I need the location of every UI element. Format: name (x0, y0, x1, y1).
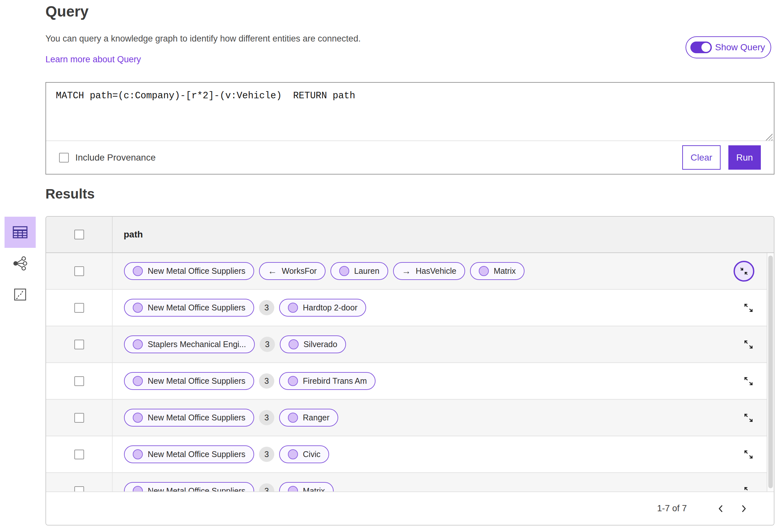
expand-icon (743, 485, 754, 492)
entity-pill[interactable]: Firebird Trans Am (279, 372, 375, 390)
pill-label: Ranger (303, 413, 329, 422)
row-checkbox[interactable] (74, 450, 84, 459)
entity-pill[interactable]: Lauren (331, 262, 388, 280)
page-title: Query (46, 3, 88, 20)
table-footer: 1-7 of 7 (46, 491, 774, 525)
row-checkbox[interactable] (74, 303, 84, 313)
pill-label: Firebird Trans Am (303, 376, 367, 386)
expand-row-button[interactable] (743, 485, 754, 492)
include-provenance-checkbox[interactable] (59, 153, 69, 162)
run-button[interactable]: Run (728, 145, 761, 170)
table-header-row: path (46, 217, 774, 253)
pill-label: WorksFor (282, 266, 317, 276)
entity-pill[interactable]: New Metal Office Suppliers (124, 409, 254, 426)
entity-pill[interactable]: New Metal Office Suppliers (124, 482, 254, 491)
table-view-icon (12, 224, 28, 241)
entity-pill[interactable]: Ranger (279, 409, 338, 426)
query-input[interactable]: MATCH path=(c:Company)-[r*2]-(v:Vehicle)… (46, 83, 774, 141)
show-query-toggle[interactable]: Show Query (685, 36, 771, 58)
collapse-row-button[interactable] (733, 261, 754, 281)
expand-icon (743, 375, 754, 387)
pill-label: New Metal Office Suppliers (148, 450, 245, 459)
prev-page-button[interactable] (710, 499, 732, 518)
row-checkbox[interactable] (74, 266, 84, 276)
entity-circle-icon (479, 266, 489, 276)
graph-view-button[interactable] (5, 248, 36, 279)
table-row: New Metal Office Suppliers←WorksForLaure… (46, 253, 774, 290)
entity-pill[interactable]: Silverado (280, 335, 346, 353)
entity-pill[interactable]: Matrix (279, 482, 334, 491)
map-view-button[interactable] (5, 279, 36, 310)
entity-circle-icon (133, 339, 143, 349)
entity-pill[interactable]: New Metal Office Suppliers (124, 262, 254, 280)
entity-circle-icon (288, 449, 298, 459)
relation-pill[interactable]: →HasVehicle (393, 262, 465, 280)
left-arrow-icon: ← (268, 266, 277, 276)
pill-label: Matrix (494, 266, 516, 276)
include-provenance-label: Include Provenance (75, 152, 156, 163)
expand-row-button[interactable] (743, 449, 754, 460)
entity-pill[interactable]: Hardtop 2-door (279, 299, 366, 317)
relation-count-badge[interactable]: 3 (260, 337, 275, 352)
select-all-checkbox[interactable] (74, 230, 84, 240)
entity-pill[interactable]: New Metal Office Suppliers (124, 372, 254, 390)
relation-count-badge[interactable]: 3 (259, 300, 274, 315)
table-row: New Metal Office Suppliers3Firebird Tran… (46, 363, 774, 400)
relation-count-badge[interactable]: 3 (259, 447, 274, 462)
scrollbar-thumb[interactable] (768, 256, 773, 488)
relation-pill[interactable]: ←WorksFor (259, 262, 325, 280)
entity-circle-icon (133, 266, 143, 276)
pagination-range: 1-7 of 7 (657, 504, 687, 514)
graph-view-icon (13, 256, 27, 271)
expand-row-button[interactable] (743, 339, 754, 350)
expand-row-button[interactable] (743, 412, 754, 424)
toggle-knob (702, 43, 711, 52)
entity-pill[interactable]: New Metal Office Suppliers (124, 299, 254, 317)
learn-more-link[interactable]: Learn more about Query (46, 55, 141, 65)
entity-circle-icon (339, 266, 349, 276)
expand-row-button[interactable] (743, 375, 754, 387)
entity-pill[interactable]: New Metal Office Suppliers (124, 445, 254, 463)
expand-row-button[interactable] (743, 302, 754, 314)
expand-icon (743, 412, 754, 424)
right-arrow-icon: → (402, 266, 411, 276)
toggle-switch-icon[interactable] (691, 42, 712, 53)
row-checkbox[interactable] (74, 413, 84, 423)
collapse-icon (738, 266, 750, 277)
relation-count-badge[interactable]: 3 (259, 483, 274, 491)
pill-label: Matrix (303, 486, 325, 491)
table-row: New Metal Office Suppliers3Matrix (46, 473, 774, 491)
entity-circle-icon (288, 486, 298, 491)
table-row: New Metal Office Suppliers3Civic (46, 436, 774, 473)
table-body: New Metal Office Suppliers←WorksForLaure… (46, 253, 774, 491)
expand-icon (743, 302, 754, 314)
pill-label: New Metal Office Suppliers (148, 376, 245, 386)
row-checkbox[interactable] (74, 486, 84, 492)
pill-label: New Metal Office Suppliers (148, 413, 245, 422)
table-scrollbar[interactable] (767, 253, 774, 491)
row-checkbox[interactable] (74, 340, 84, 349)
pill-label: New Metal Office Suppliers (148, 486, 245, 491)
prev-page-icon (716, 504, 725, 513)
path-column-header: path (113, 229, 143, 240)
table-view-button[interactable] (5, 217, 36, 248)
pill-label: Hardtop 2-door (303, 303, 357, 312)
results-table: path New Metal Office Suppliers←WorksFor… (46, 216, 774, 526)
clear-button[interactable]: Clear (682, 145, 721, 170)
entity-pill[interactable]: Civic (279, 445, 329, 463)
entity-pill[interactable]: Staplers Mechanical Engi... (124, 335, 255, 353)
entity-circle-icon (288, 413, 298, 423)
next-page-button[interactable] (732, 499, 755, 518)
entity-pill[interactable]: Matrix (470, 262, 525, 280)
row-checkbox[interactable] (74, 376, 84, 386)
entity-circle-icon (133, 303, 143, 313)
pill-label: New Metal Office Suppliers (148, 266, 245, 276)
pill-label: Lauren (354, 266, 379, 276)
results-title: Results (46, 186, 95, 202)
table-row: Staplers Mechanical Engi...3Silverado (46, 326, 774, 363)
entity-circle-icon (289, 339, 299, 349)
relation-count-badge[interactable]: 3 (259, 374, 274, 389)
relation-count-badge[interactable]: 3 (259, 410, 274, 425)
expand-icon (743, 339, 754, 350)
pill-label: Silverado (303, 340, 337, 349)
